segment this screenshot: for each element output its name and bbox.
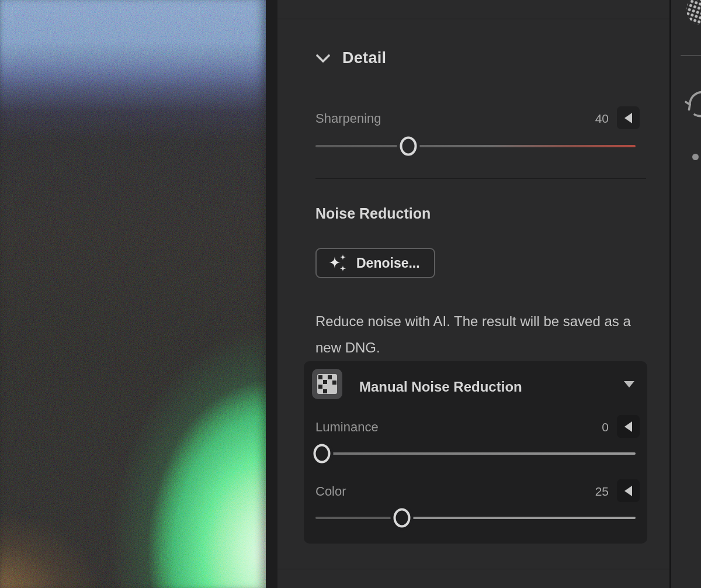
collapse-caret-icon[interactable] xyxy=(624,381,634,388)
denoise-button-label: Denoise... xyxy=(356,255,420,271)
photo-canvas[interactable] xyxy=(0,0,266,588)
slider-track[interactable] xyxy=(315,517,636,519)
toolbar-dot-icon[interactable] xyxy=(692,154,699,160)
sharpening-expand-button[interactable] xyxy=(617,106,640,129)
sharpening-value: 40 xyxy=(574,112,609,126)
manual-noise-reduction-title: Manual Noise Reduction xyxy=(359,379,522,395)
section-divider xyxy=(277,19,669,19)
color-slider[interactable] xyxy=(315,509,636,527)
panel-gutter xyxy=(266,0,279,588)
sharpening-slider[interactable] xyxy=(315,137,636,155)
section-divider xyxy=(277,569,669,569)
detail-header[interactable]: Detail xyxy=(315,49,386,67)
section-divider xyxy=(315,178,646,179)
slider-track[interactable] xyxy=(315,452,636,455)
toolbar-divider xyxy=(681,55,701,56)
triangle-left-icon xyxy=(624,421,632,432)
luminance-label: Luminance xyxy=(315,420,379,435)
slider-handle[interactable] xyxy=(313,444,330,464)
luminance-slider[interactable] xyxy=(315,445,636,462)
luminance-expand-button[interactable] xyxy=(617,415,640,438)
undo-rotate-icon[interactable] xyxy=(684,87,701,120)
color-label: Color xyxy=(315,484,346,499)
right-toolbar xyxy=(671,0,701,588)
panel-title: Detail xyxy=(342,49,386,67)
halftone-sphere-icon[interactable] xyxy=(684,0,701,27)
luminance-value: 0 xyxy=(574,420,609,434)
color-expand-button[interactable] xyxy=(617,479,640,502)
denoise-button[interactable]: Denoise... xyxy=(315,248,435,278)
detail-panel: Detail Sharpening 40 Noise Reduction Den… xyxy=(277,0,669,588)
noise-reduction-title: Noise Reduction xyxy=(315,205,431,222)
chevron-down-icon xyxy=(315,54,331,63)
ai-sparkles-icon xyxy=(326,254,348,272)
noise-checker-icon xyxy=(312,369,342,399)
photo-grain-overlay xyxy=(0,0,266,588)
slider-track[interactable] xyxy=(315,145,636,147)
sharpening-label: Sharpening xyxy=(315,111,381,126)
denoise-description: Reduce noise with AI. The result will be… xyxy=(315,308,646,361)
color-value: 25 xyxy=(574,485,609,499)
triangle-left-icon xyxy=(624,486,632,496)
manual-noise-reduction-toggle[interactable] xyxy=(312,369,342,399)
lightroom-edit-view: Detail Sharpening 40 Noise Reduction Den… xyxy=(0,0,701,588)
manual-noise-reduction-card: Manual Noise Reduction Luminance 0 Color… xyxy=(304,361,647,544)
triangle-left-icon xyxy=(624,113,632,123)
slider-handle[interactable] xyxy=(400,137,417,156)
slider-handle[interactable] xyxy=(393,509,410,528)
